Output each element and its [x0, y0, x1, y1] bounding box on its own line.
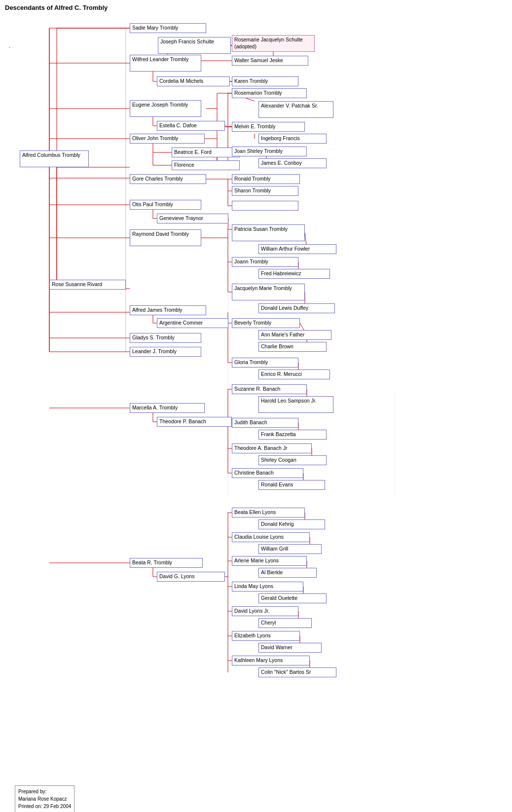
person-node-rosemarie_jacquelyn: Rosemarie Jacquelyn Schulte (adopted) — [232, 35, 315, 52]
person-node-joseph_francis: Joseph Francis Schulte — [158, 37, 231, 54]
person-node-beatrice: Beatrice E. Ford — [172, 148, 240, 157]
person-node-william_grill: William Grill — [258, 544, 322, 554]
person-node-suzanne_banach: Suzanne R. Banach — [232, 384, 307, 394]
person-node-cordelia: Cordelia M Michels — [157, 76, 230, 86]
person-node-ann_maries: Ann Marie's Father — [258, 330, 331, 340]
person-node-jacquelyn_marie: Jacquelyn Marie Trombly — [232, 284, 305, 300]
person-node-melvin: Melvin E. Trombly — [232, 122, 305, 132]
person-node-theodore_banach: Theodore P. Banach — [157, 417, 232, 427]
person-node-gore_charles: Gore Charles Trombly — [130, 174, 206, 184]
person-node-james_conboy: James E. Conboy — [258, 158, 327, 168]
person-node-gloria: Gloria Trombly — [232, 358, 298, 368]
person-node-argentine: Argentine Commer — [157, 318, 228, 328]
person-node-theodore_jr: Theodore A. Banach Jr — [232, 443, 312, 453]
person-node-rose_susanne: Rose Susanne Rivard — [49, 280, 126, 290]
person-node-ronald_evans: Ronald Evans — [258, 480, 325, 490]
person-node-david_jr: David Lyons Jr. — [232, 606, 298, 616]
person-node-estella: Estella C. Dafoe — [157, 121, 225, 131]
person-node-sadie_mary: Sadie Mary Trombly — [130, 23, 206, 33]
person-node-florence: Florence — [172, 160, 240, 170]
person-node-beata_r: Beata R. Trombly — [130, 558, 203, 568]
person-node-fred_hab: Fred Habreiewicz — [258, 269, 330, 279]
person-node-kathleen_mary: Kathleen Mary Lyons — [232, 656, 310, 665]
footer-box: Prepared by:Mariana Rose KopaczPrinted o… — [15, 785, 74, 812]
person-node-elizabeth_lyons: Elizabeth Lyons — [232, 631, 300, 641]
person-node-cheryl: Cheryl — [258, 618, 312, 628]
page-title: Descendants of Alfred C. Trombly — [0, 0, 512, 13]
person-node-genevieve: Genevieve Traynor — [157, 214, 228, 223]
prepared-by-label: Prepared by: — [18, 789, 46, 794]
person-node-william_fowler: William Arthur Fowler — [258, 244, 336, 254]
preparer-name: Mariana Rose Kopacz — [18, 796, 67, 802]
person-node-beverly: Beverly Trombly — [232, 318, 300, 328]
person-node-marcella: Marcella A. Trombly — [130, 403, 205, 413]
person-node-donald_kehrig: Donald Kehrig — [258, 519, 325, 529]
person-node-gerald_ouelette: Gerald Ouelette — [258, 593, 327, 603]
person-node-alfred_james: Alfred James Trombly — [130, 305, 206, 315]
person-node-joan_shirley: Joan Shirley Trombly — [232, 147, 307, 156]
person-node-charlie_brown: Charlie Brown — [258, 342, 327, 352]
person-node-leander: Leander J. Trombly — [130, 347, 201, 357]
person-node-beata_ellen: Beata Ellen Lyons — [232, 508, 305, 517]
print-date: Printed on: 29 Feb 2004 — [18, 804, 71, 809]
person-node-raymond: Raymond David Trombly — [130, 229, 201, 246]
person-node-christine_banach: Christine Banach — [232, 468, 303, 478]
person-node-patricia_susan: Patricia Susan Trombly — [232, 224, 305, 241]
person-node-enrico: Enrico R. Merucci — [258, 369, 330, 379]
person-node-otis_paul: Otis Paul Trombly — [130, 200, 201, 210]
person-node-rosemarion: Rosemarion Trombly — [232, 88, 307, 98]
person-node-harold_sampson: Harold Leo Sampson Jr. — [258, 396, 333, 413]
person-node-judith_banach: Judith Banach — [232, 418, 298, 428]
person-node-alfred_columbus: Alfred Columbus Trombly — [20, 150, 89, 167]
person-node-linda_may: Linda May Lyons — [232, 582, 303, 591]
person-node-alexander: Alexander V. Patchak Sr. — [258, 101, 333, 118]
person-node-ronald: Ronald Trombly — [232, 174, 300, 184]
person-node-walter_samuel: Walter Samuel Jeske — [232, 56, 308, 66]
dot-indicator: . — [9, 43, 10, 49]
person-node-sharon: Sharon Trombly — [232, 186, 298, 196]
person-node-shirley_coogan: Shirley Coogan — [258, 455, 327, 465]
chart-container: . Alfred Columbus TromblyRose Susanne Ri… — [0, 13, 512, 803]
person-node-frank_bazzetta: Frank Bazzetta — [258, 430, 327, 440]
person-node-eugene: Eugene Joseph Trombly — [130, 100, 201, 117]
person-node-donald_duffey: Donald Lewis Duffey — [258, 303, 335, 313]
person-node-wilfred: Wilfred Leander Trombly — [130, 55, 201, 72]
person-node-joann: Joann Trombly — [232, 257, 298, 267]
person-node-al_bierkle: Al Bierkle — [258, 568, 317, 578]
person-node-ingeborg: Ingeborg Francis — [258, 134, 327, 144]
person-node-karen: Karen Trombly — [232, 76, 298, 86]
svg-line-51 — [225, 126, 228, 127]
person-node-david_warner: David Warner — [258, 643, 322, 653]
person-node-gladys: Gladys S. Trombly — [130, 333, 201, 343]
person-node-david_lyons: David G. Lyons — [157, 572, 225, 582]
person-node-colin_nick: Colin "Nick" Bartos Sr — [258, 667, 336, 677]
person-node-blank1 — [232, 201, 298, 211]
person-node-claudia_louise: Claudia Louise Lyons — [232, 532, 310, 542]
connecting-lines — [0, 13, 512, 803]
person-node-arlene_marie: Arlene Marie Lyons — [232, 556, 307, 566]
person-node-oliver: Oliver John Trombly — [130, 134, 205, 144]
